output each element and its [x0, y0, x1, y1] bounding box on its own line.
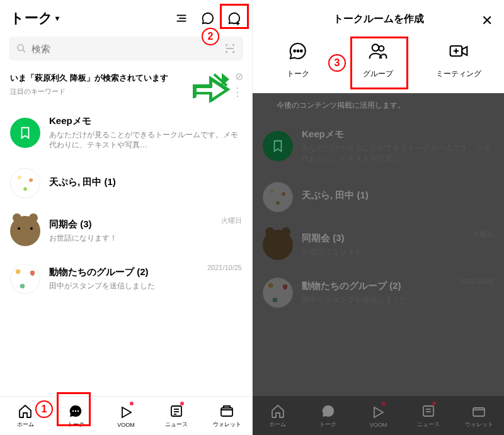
chat-icon: [67, 403, 84, 419]
option-meeting[interactable]: ミーティング: [430, 40, 487, 79]
option-talk[interactable]: トーク: [270, 40, 326, 79]
room-type-options: トーク グループ ミーティング: [253, 37, 504, 91]
page-title[interactable]: トーク ▾: [10, 9, 59, 28]
chat-list: Keepメモ あなただけが見ることができるトークルームです。メモ代わりに、テキス…: [0, 104, 252, 306]
svg-point-16: [297, 50, 299, 52]
video-icon: [447, 40, 470, 62]
chat-preview: 田中がスタンプを送信しました: [49, 281, 242, 291]
avatar: [10, 168, 40, 198]
home-icon: [17, 403, 33, 419]
play-icon: [118, 404, 134, 421]
option-label: ミーティング: [436, 69, 481, 79]
tab-bar: ホーム トーク VOOM ニュース ウォレット: [253, 396, 504, 435]
tab-label: ウォレット: [213, 421, 241, 429]
tab-voom: VOOM: [353, 397, 404, 435]
tab-home: ホーム: [253, 397, 303, 435]
chat-name: 天ぷら, 田中 (1): [49, 176, 242, 188]
avatar: [263, 230, 293, 260]
chat-preview: あなただけが見ることができるトークルームです。メモ代わりに、テキストや写真…: [49, 130, 242, 151]
svg-rect-26: [473, 408, 484, 416]
chat-name: Keepメモ: [49, 115, 242, 127]
close-icon[interactable]: ✕: [481, 13, 493, 29]
sort-icon[interactable]: [174, 11, 189, 26]
search-bar[interactable]: [9, 37, 243, 60]
chat-item[interactable]: 動物たちのグループ (2) 田中がスタンプを送信しました 2021/10/25: [0, 255, 252, 303]
svg-rect-14: [221, 408, 232, 416]
svg-point-7: [72, 410, 74, 412]
title-text: トーク: [10, 9, 53, 28]
svg-point-9: [77, 410, 79, 412]
tab-talk: トーク: [303, 397, 353, 435]
avatar: [263, 131, 293, 161]
avatar: [10, 216, 40, 246]
search-input[interactable]: [32, 43, 219, 54]
group-icon: [367, 40, 389, 62]
wallet-icon: [219, 403, 235, 419]
svg-point-18: [372, 44, 379, 51]
option-label: トーク: [287, 69, 309, 79]
block-icon[interactable]: ⊘: [235, 71, 243, 82]
talk-list-screen: トーク ▾ いま「萩原利久 降板」が検索されています 注目のキーワード ⊘ ⋮: [0, 0, 252, 435]
trending-text[interactable]: いま「萩原利久 降板」が検索されています: [10, 72, 186, 84]
avatar: [10, 118, 40, 148]
chat-item-keep[interactable]: Keepメモ あなただけが見ることができるトークルームです。メモ代わりに、テキス…: [0, 106, 252, 160]
chat-item-keep: Keepメモ あなただけが見ることができるトークルームです。メモ代わりに、テキス…: [253, 120, 504, 173]
chat-body: Keepメモ あなただけが見ることができるトークルームです。メモ代わりに、テキス…: [49, 115, 242, 151]
svg-point-17: [301, 50, 302, 52]
create-room-screen: トークルームを作成 ✕ トーク グループ ミーティング 今後のコンテンツ掲載に活…: [252, 0, 504, 435]
avatar: [263, 278, 293, 308]
option-label: グループ: [363, 69, 393, 79]
search-icon: [16, 43, 26, 54]
tab-home[interactable]: ホーム: [0, 397, 50, 435]
chat-preview: お世話になります！: [49, 233, 242, 244]
header: トーク ▾: [0, 0, 252, 34]
chat-body: 同期会 (3) お世話になります！: [49, 218, 242, 244]
tab-label: ニュース: [165, 421, 188, 429]
svg-point-8: [75, 410, 76, 412]
folder-icon[interactable]: [200, 11, 215, 26]
modal-title: トークルームを作成: [333, 13, 424, 26]
tab-news: ニュース: [403, 397, 454, 435]
tab-wallet: ウォレット: [454, 397, 504, 435]
chat-date: 火曜日: [221, 216, 242, 225]
svg-point-15: [294, 50, 295, 52]
chat-body: 天ぷら, 田中 (1): [49, 176, 242, 191]
tab-label: ホーム: [17, 421, 34, 429]
bookmark-icon: [18, 126, 32, 140]
tab-bar: ホーム トーク VOOM ニュース ウォレット: [0, 396, 252, 435]
chat-item: 同期会 (3) お世話になります！ 火曜日: [253, 221, 504, 269]
tab-talk[interactable]: トーク: [50, 397, 101, 435]
option-group[interactable]: グループ: [350, 40, 406, 79]
trending-subtitle: 注目のキーワード: [10, 87, 242, 96]
trending-section: いま「萩原利久 降板」が検索されています 注目のキーワード ⊘ ⋮: [0, 67, 252, 104]
dimmed-background: 今後のコンテンツ掲載に活用します。 Keepメモ あなただけが見ることができるト…: [253, 93, 504, 435]
svg-point-19: [379, 46, 384, 51]
chat-item[interactable]: 天ぷら, 田中 (1): [0, 159, 252, 207]
chat-item: 動物たちのグループ (2) 田中がスタンプを送信しました 2021/10/25: [253, 269, 504, 317]
svg-line-6: [23, 50, 25, 52]
avatar: [10, 264, 40, 294]
more-icon[interactable]: ⋮: [232, 85, 243, 99]
modal-header: トークルームを作成 ✕: [253, 0, 504, 37]
tab-label: VOOM: [117, 422, 135, 428]
dim-notice: 今後のコンテンツ掲載に活用します。: [253, 93, 429, 117]
chat-icon: [287, 40, 309, 62]
tab-label: トーク: [67, 421, 84, 429]
chevron-down-icon: ▾: [55, 14, 59, 23]
tab-news[interactable]: ニュース: [151, 397, 202, 435]
chat-item: 天ぷら, 田中 (1): [253, 173, 504, 221]
chat-date: 2021/10/25: [207, 264, 242, 271]
header-actions: [174, 11, 242, 26]
svg-rect-23: [423, 406, 433, 416]
tab-voom[interactable]: VOOM: [101, 397, 151, 435]
chat-item[interactable]: 同期会 (3) お世話になります！ 火曜日: [0, 207, 252, 255]
avatar: [263, 182, 293, 212]
new-chat-icon[interactable]: [227, 11, 242, 26]
tab-wallet[interactable]: ウォレット: [202, 397, 252, 435]
notification-dot: [180, 402, 184, 405]
scan-icon[interactable]: [224, 43, 236, 54]
svg-point-5: [18, 45, 23, 50]
chat-name: 同期会 (3): [49, 218, 242, 230]
notification-dot: [130, 402, 134, 405]
